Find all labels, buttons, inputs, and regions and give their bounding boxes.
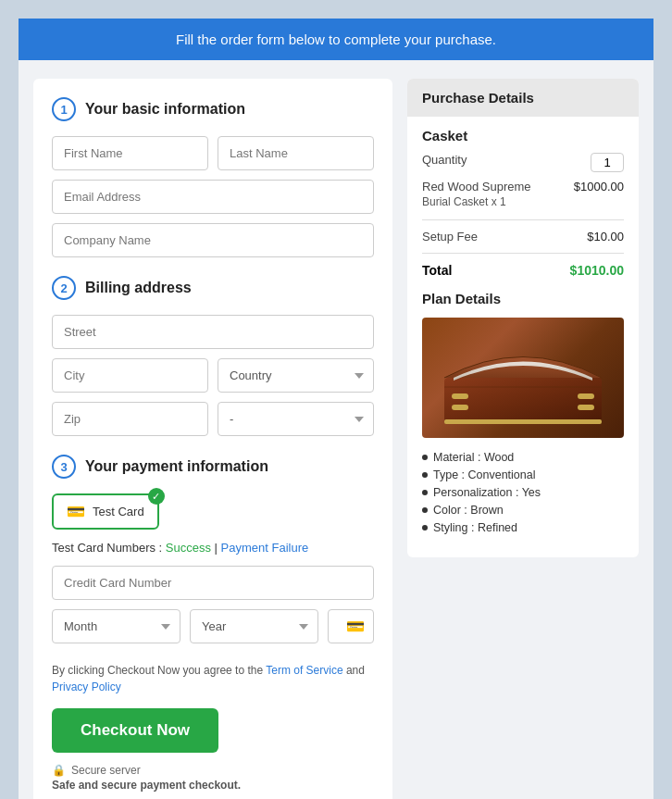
setup-fee-value: $10.00 bbox=[587, 230, 624, 243]
city-country-row: Country bbox=[52, 358, 374, 393]
section3-header: 3 Your payment information bbox=[52, 455, 374, 479]
month-select[interactable]: Month bbox=[52, 609, 180, 643]
plan-detail-item: Type : Conventional bbox=[422, 468, 624, 481]
section2-header: 2 Billing address bbox=[52, 276, 374, 300]
total-value: $1010.00 bbox=[570, 263, 624, 278]
product-desc: Burial Casket x 1 bbox=[422, 194, 531, 210]
product-name: Red Wood Supreme bbox=[422, 180, 531, 194]
privacy-link[interactable]: Privacy Policy bbox=[52, 680, 121, 693]
product-title: Casket bbox=[422, 128, 624, 144]
email-input[interactable] bbox=[52, 180, 374, 214]
svg-rect-4 bbox=[578, 405, 594, 410]
section1-title: Your basic information bbox=[85, 101, 245, 118]
month-year-cvv-row: Month Year 💳 bbox=[52, 609, 374, 643]
country-select[interactable]: Country bbox=[218, 358, 374, 393]
zip-input[interactable] bbox=[52, 402, 208, 436]
bullet-icon bbox=[422, 472, 428, 478]
svg-rect-2 bbox=[452, 405, 468, 410]
setup-fee-row: Setup Fee $10.00 bbox=[422, 230, 624, 243]
street-row bbox=[52, 315, 374, 349]
credit-card-input[interactable] bbox=[52, 566, 374, 600]
purchase-details-header: Purchase Details bbox=[407, 79, 639, 117]
right-inner: Casket Quantity 1 Red Wood Supreme Buria… bbox=[407, 128, 639, 534]
section-payment: 3 Your payment information 💳 Test Card ✓… bbox=[52, 455, 374, 643]
plan-detail-text: Type : Conventional bbox=[433, 468, 536, 481]
section3-title: Your payment information bbox=[85, 458, 268, 475]
left-panel: 1 Your basic information 2 Bi bbox=[33, 79, 392, 799]
section1-number: 1 bbox=[52, 97, 76, 121]
svg-rect-1 bbox=[452, 393, 468, 399]
section-basic-info: 1 Your basic information bbox=[52, 97, 374, 257]
section1-header: 1 Your basic information bbox=[52, 97, 374, 121]
divider1 bbox=[422, 219, 624, 220]
casket-svg bbox=[435, 327, 611, 429]
tos-link[interactable]: Term of Service bbox=[266, 664, 342, 677]
svg-rect-5 bbox=[444, 419, 602, 424]
first-name-input[interactable] bbox=[52, 136, 208, 170]
plan-details-title: Plan Details bbox=[422, 291, 624, 306]
bullet-icon bbox=[422, 455, 428, 460]
check-badge-icon: ✓ bbox=[148, 488, 165, 505]
total-label: Total bbox=[422, 263, 452, 278]
credit-card-row bbox=[52, 566, 374, 600]
quantity-row: Quantity 1 bbox=[422, 153, 624, 172]
email-row bbox=[52, 180, 374, 214]
secure-label: Secure server bbox=[71, 764, 141, 777]
total-row: Total $1010.00 bbox=[422, 263, 624, 278]
section2-number: 2 bbox=[52, 276, 76, 300]
test-card-button[interactable]: 💳 Test Card ✓ bbox=[52, 493, 159, 530]
failure-link[interactable]: Payment Failure bbox=[221, 541, 309, 555]
safe-label: Safe and secure payment checkout. bbox=[52, 779, 374, 792]
card-icon: 💳 bbox=[67, 503, 85, 520]
checkout-button[interactable]: Checkout Now bbox=[52, 708, 218, 753]
name-row bbox=[52, 136, 374, 170]
state-select[interactable]: - bbox=[218, 402, 374, 436]
casket-image bbox=[422, 318, 624, 438]
svg-rect-3 bbox=[578, 393, 594, 399]
company-row bbox=[52, 223, 374, 257]
divider2 bbox=[422, 253, 624, 254]
plan-detail-item: Material : Wood bbox=[422, 451, 624, 464]
plan-detail-item: Color : Brown bbox=[422, 504, 624, 517]
plan-detail-item: Styling : Refined bbox=[422, 521, 624, 534]
svg-rect-0 bbox=[444, 378, 602, 424]
cvv-wrapper: 💳 bbox=[328, 609, 374, 643]
street-input[interactable] bbox=[52, 315, 374, 349]
product-price-row: Red Wood Supreme Burial Casket x 1 $1000… bbox=[422, 180, 624, 210]
plan-detail-text: Material : Wood bbox=[433, 451, 514, 464]
company-input[interactable] bbox=[52, 223, 374, 257]
city-input[interactable] bbox=[52, 358, 208, 393]
section-billing: 2 Billing address Country - bbox=[52, 276, 374, 436]
right-panel: Purchase Details Casket Quantity 1 Red W… bbox=[407, 79, 639, 557]
setup-fee-label: Setup Fee bbox=[422, 230, 478, 243]
lock-icon: 🔒 bbox=[52, 764, 66, 777]
section2-title: Billing address bbox=[85, 280, 192, 296]
year-select[interactable]: Year bbox=[190, 609, 318, 643]
cvv-card-icon: 💳 bbox=[346, 618, 365, 635]
main-content: 1 Your basic information 2 Bi bbox=[19, 60, 653, 799]
section3-number: 3 bbox=[52, 455, 76, 479]
product-price: $1000.00 bbox=[574, 180, 624, 194]
bullet-icon bbox=[422, 490, 428, 495]
last-name-input[interactable] bbox=[218, 136, 374, 170]
test-card-numbers: Test Card Numbers : Success | Payment Fa… bbox=[52, 541, 374, 555]
bullet-icon bbox=[422, 507, 428, 513]
success-link[interactable]: Success bbox=[166, 541, 211, 555]
plan-detail-text: Personalization : Yes bbox=[433, 486, 541, 499]
secure-server-row: 🔒 Secure server bbox=[52, 764, 374, 777]
quantity-label: Quantity bbox=[422, 153, 467, 167]
zip-state-row: - bbox=[52, 402, 374, 436]
test-card-label: Test Card bbox=[93, 505, 144, 518]
plan-detail-text: Color : Brown bbox=[433, 504, 504, 517]
plan-details-list: Material : WoodType : ConventionalPerson… bbox=[422, 451, 624, 534]
plan-detail-item: Personalization : Yes bbox=[422, 486, 624, 499]
top-banner: Fill the order form below to complete yo… bbox=[19, 19, 653, 60]
bullet-icon bbox=[422, 525, 428, 531]
tos-text: By clicking Checkout Now you agree to th… bbox=[52, 662, 374, 695]
quantity-value: 1 bbox=[591, 153, 624, 172]
plan-detail-text: Styling : Refined bbox=[433, 521, 517, 534]
